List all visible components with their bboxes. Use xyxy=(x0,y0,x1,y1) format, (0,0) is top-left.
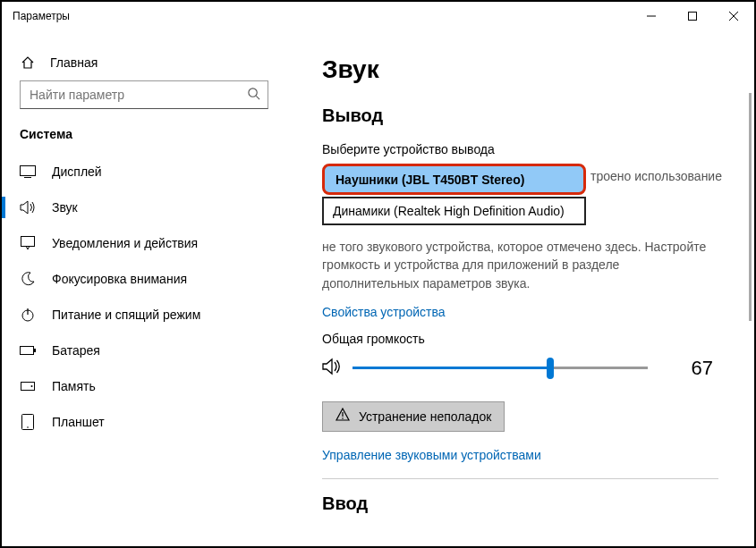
device-properties-link[interactable]: Свойства устройства xyxy=(322,305,718,319)
sidebar-item-label: Фокусировка внимания xyxy=(52,272,187,286)
dropdown-selected-option[interactable]: Наушники (JBL T450BT Stereo) xyxy=(322,164,586,195)
output-heading: Вывод xyxy=(322,105,718,126)
search-icon xyxy=(247,87,260,103)
moon-icon xyxy=(20,272,36,286)
volume-row: 67 xyxy=(322,357,718,380)
volume-value: 67 xyxy=(692,357,718,380)
window-body: Главная Система Дисплей Звук xyxy=(2,30,754,546)
minimize-icon xyxy=(647,12,656,21)
sidebar-item-label: Батарея xyxy=(52,343,100,358)
sidebar-item-label: Память xyxy=(52,379,96,393)
speaker-icon xyxy=(20,200,36,215)
sidebar-item-sound[interactable]: Звук xyxy=(2,190,286,225)
output-note: не того звукового устройства, которое от… xyxy=(322,238,718,292)
close-icon xyxy=(729,12,738,21)
dropdown-option[interactable]: Динамики (Realtek High Definition Audio) xyxy=(322,197,586,225)
output-select-label: Выберите устройство вывода xyxy=(322,142,718,156)
notifications-icon xyxy=(20,236,36,250)
output-device-dropdown[interactable]: троено использование Наушники (JBL T450B… xyxy=(322,164,718,225)
section-divider xyxy=(322,478,718,479)
input-heading: Ввод xyxy=(322,493,718,514)
sidebar-item-label: Звук xyxy=(52,200,78,215)
svg-point-18 xyxy=(342,418,344,420)
home-link[interactable]: Главная xyxy=(2,48,286,80)
monitor-icon xyxy=(20,164,36,179)
svg-line-5 xyxy=(256,96,259,99)
option-label: Динамики (Realtek High Definition Audio) xyxy=(333,204,565,218)
slider-fill xyxy=(353,367,550,369)
svg-point-16 xyxy=(27,426,29,428)
speaker-icon[interactable] xyxy=(322,358,342,378)
home-label: Главная xyxy=(50,55,98,70)
settings-window: Параметры Главная xyxy=(0,0,756,548)
window-controls xyxy=(631,2,754,30)
sidebar-item-label: Планшет xyxy=(52,415,105,429)
svg-rect-12 xyxy=(34,349,36,352)
sidebar-item-label: Дисплей xyxy=(52,164,102,179)
minimize-button[interactable] xyxy=(631,2,672,30)
slider-thumb[interactable] xyxy=(547,358,554,379)
svg-rect-11 xyxy=(21,347,34,355)
svg-rect-6 xyxy=(21,166,36,176)
maximize-button[interactable] xyxy=(672,2,713,30)
storage-icon xyxy=(20,379,36,393)
power-icon xyxy=(20,308,36,322)
search-input[interactable] xyxy=(28,87,247,103)
main-content: Звук Вывод Выберите устройство вывода тр… xyxy=(286,30,754,546)
sidebar-item-storage[interactable]: Память xyxy=(2,368,286,404)
troubleshoot-button[interactable]: Устранение неполадок xyxy=(322,401,505,432)
home-icon xyxy=(20,55,36,70)
svg-point-14 xyxy=(31,385,33,387)
battery-icon xyxy=(20,343,36,358)
svg-point-4 xyxy=(249,89,257,97)
maximize-icon xyxy=(688,12,697,21)
section-label: Система xyxy=(2,127,286,154)
volume-slider[interactable] xyxy=(353,358,648,379)
titlebar: Параметры xyxy=(2,2,754,30)
manage-devices-link[interactable]: Управление звуковыми устройствами xyxy=(322,448,718,462)
selected-option-label: Наушники (JBL T450BT Stereo) xyxy=(336,173,524,187)
volume-label: Общая громкость xyxy=(322,332,718,346)
window-title: Параметры xyxy=(13,10,70,22)
scrollbar[interactable] xyxy=(749,93,752,321)
sidebar-item-power[interactable]: Питание и спящий режим xyxy=(2,297,286,333)
sidebar-item-focus[interactable]: Фокусировка внимания xyxy=(2,261,286,297)
troubleshoot-label: Устранение неполадок xyxy=(359,409,491,424)
page-title: Звук xyxy=(322,55,718,84)
svg-rect-1 xyxy=(689,13,697,21)
tablet-icon xyxy=(20,415,36,429)
close-button[interactable] xyxy=(713,2,754,30)
sidebar-item-tablet[interactable]: Планшет xyxy=(2,404,286,440)
svg-rect-8 xyxy=(21,237,35,247)
note-fragment-1: троено использование xyxy=(590,167,743,185)
sidebar-item-display[interactable]: Дисплей xyxy=(2,154,286,190)
search-box[interactable] xyxy=(20,80,268,109)
sidebar-item-notifications[interactable]: Уведомления и действия xyxy=(2,225,286,261)
sidebar-item-label: Питание и спящий режим xyxy=(52,308,200,322)
sidebar-item-label: Уведомления и действия xyxy=(52,236,198,250)
sidebar-item-battery[interactable]: Батарея xyxy=(2,333,286,368)
sidebar: Главная Система Дисплей Звук xyxy=(2,30,286,546)
warning-icon xyxy=(336,408,350,425)
